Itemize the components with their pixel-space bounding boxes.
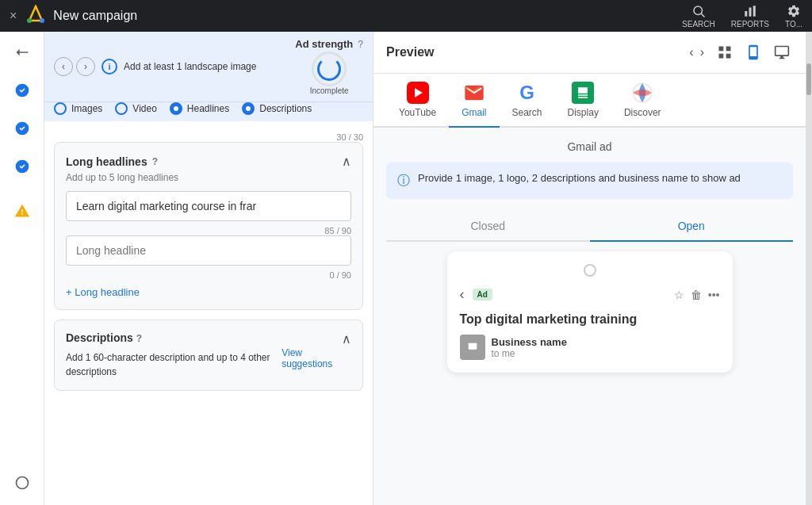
ad-strength-area: Ad strength ? Incomplete [295, 38, 363, 95]
gmail-icon [463, 82, 485, 104]
svg-rect-12 [719, 47, 724, 52]
checks-row: Images Video Headlines Descriptions [44, 102, 373, 121]
long-headline-2-input[interactable] [66, 235, 351, 266]
sender-info: Business name to me [492, 336, 567, 359]
ad-strength-question: ? [358, 39, 363, 50]
descriptions-collapse-button[interactable]: ∧ [342, 331, 351, 346]
state-tabs: Closed Open [386, 212, 793, 242]
tab-gmail[interactable]: Gmail [449, 74, 499, 128]
page-title: New campaign [53, 9, 682, 23]
tab-search[interactable]: G Search [500, 74, 555, 128]
right-panel: Preview ‹ › [373, 32, 806, 505]
open-tab[interactable]: Open [590, 212, 794, 242]
close-button[interactable]: × [10, 9, 17, 23]
google-ads-logo [26, 5, 45, 27]
sender-avatar [460, 335, 485, 360]
sidebar-warning[interactable] [10, 198, 35, 224]
tab-youtube[interactable]: YouTube [386, 74, 449, 128]
long-headlines-section: Long headlines ? ∧ Add up to 5 long head… [54, 142, 363, 310]
reports-nav-button[interactable]: REPORTS [731, 4, 769, 29]
content-area: 30 / 30 Long headlines ? ∧ Add up to 5 l… [44, 121, 373, 400]
long-headline-1-char-count: 85 / 90 [66, 226, 351, 235]
svg-point-1 [40, 18, 44, 23]
preview-content: Gmail ad ⓘ Provide 1 image, 1 logo, 2 de… [373, 128, 806, 385]
email-subject: Top digital marketing training [460, 312, 720, 327]
email-preview-card: ‹ Ad ☆ 🗑 ••• Top digital marketing train… [447, 251, 733, 373]
long-headlines-title: Long headlines ? [66, 155, 158, 168]
closed-tab[interactable]: Closed [386, 212, 590, 242]
svg-rect-7 [753, 6, 756, 17]
svg-rect-17 [468, 343, 477, 350]
check-descriptions: Descriptions [242, 102, 312, 115]
check-images-circle [54, 102, 67, 115]
view-suggestions-button[interactable]: View suggestions [282, 347, 342, 369]
ad-strength-label: Ad strength [295, 38, 353, 50]
preview-nav: ‹ › [689, 45, 704, 59]
long-headlines-help-icon[interactable]: ? [152, 156, 158, 167]
desktop-view-button[interactable] [771, 41, 793, 63]
long-headlines-header: Long headlines ? ∧ [66, 154, 351, 169]
descriptions-help-icon[interactable]: ? [136, 333, 142, 344]
display-icon [572, 82, 594, 104]
long-headlines-subtitle: Add up to 5 long headlines [66, 172, 351, 183]
left-panel: ‹ › i Add at least 1 landscape image Ad … [44, 32, 373, 505]
tab-display[interactable]: Display [555, 74, 611, 128]
notice-nav: ‹ › [54, 57, 95, 76]
svg-point-3 [694, 6, 703, 15]
sidebar-check-1[interactable] [10, 78, 35, 103]
topbar-actions: SEARCH REPORTS TO... [682, 4, 802, 29]
scrollbar[interactable] [806, 32, 812, 505]
notice-text: Add at least 1 landscape image [124, 61, 282, 72]
svg-rect-15 [726, 54, 731, 59]
mobile-view-button[interactable] [742, 41, 764, 63]
youtube-icon [407, 82, 429, 104]
nav-next-button[interactable]: › [76, 57, 95, 76]
preview-next-button[interactable]: › [700, 45, 704, 59]
ad-strength-circle [312, 52, 347, 86]
svg-rect-13 [726, 47, 731, 52]
star-icon[interactable]: ☆ [674, 289, 684, 301]
info-message: Provide 1 image, 1 logo, 2 descriptions … [418, 172, 741, 184]
email-back-button[interactable]: ‹ [460, 286, 465, 303]
more-icon[interactable]: ••• [708, 289, 720, 301]
tab-discover[interactable]: Discover [611, 74, 674, 128]
long-headlines-collapse-button[interactable]: ∧ [342, 154, 351, 169]
channel-tabs: YouTube Gmail G Search [373, 74, 806, 128]
ad-strength-status: Incomplete [310, 86, 349, 95]
sidebar-check-2[interactable] [10, 116, 35, 141]
trash-icon[interactable]: 🗑 [691, 289, 702, 301]
check-headlines: Headlines [170, 102, 229, 115]
preview-prev-button[interactable]: ‹ [689, 45, 693, 59]
info-circle-icon: ⓘ [397, 173, 410, 189]
nav-prev-button[interactable]: ‹ [54, 57, 73, 76]
descriptions-left: Descriptions ? Add 1 60-character descri… [66, 331, 342, 379]
sidebar-nav-1[interactable] [10, 40, 35, 65]
check-video: Video [115, 102, 156, 115]
ad-badge: Ad [473, 289, 492, 300]
sender-name: Business name [492, 336, 567, 348]
svg-point-11 [16, 477, 28, 489]
descriptions-header: Descriptions ? Add 1 60-character descri… [66, 331, 351, 379]
sidebar-check-3[interactable] [10, 154, 35, 179]
svg-rect-5 [745, 11, 747, 17]
descriptions-subtitle: Add 1 60-character description and up to… [66, 350, 275, 379]
email-top-indicator [584, 264, 596, 277]
search-nav-button[interactable]: SEARCH [682, 4, 715, 29]
svg-marker-0 [29, 6, 42, 21]
email-sender: Business name to me [460, 335, 720, 360]
check-headlines-circle [170, 102, 182, 115]
descriptions-title: Descriptions ? [66, 331, 342, 344]
check-video-circle [115, 102, 128, 115]
grid-view-button[interactable] [714, 41, 736, 63]
tools-nav-button[interactable]: TO... [785, 4, 802, 29]
descriptions-section: Descriptions ? Add 1 60-character descri… [54, 319, 363, 391]
sidebar-circle[interactable] [10, 470, 35, 495]
email-actions: ‹ Ad ☆ 🗑 ••• [460, 286, 720, 303]
long-headline-1-input[interactable] [66, 191, 351, 221]
add-long-headline-button[interactable]: + Long headline [66, 286, 351, 298]
gmail-ad-label: Gmail ad [386, 140, 793, 153]
check-images: Images [54, 102, 102, 115]
sidebar-icons [0, 32, 44, 505]
scroll-thumb[interactable] [806, 63, 811, 95]
search-google-icon: G [516, 82, 538, 104]
